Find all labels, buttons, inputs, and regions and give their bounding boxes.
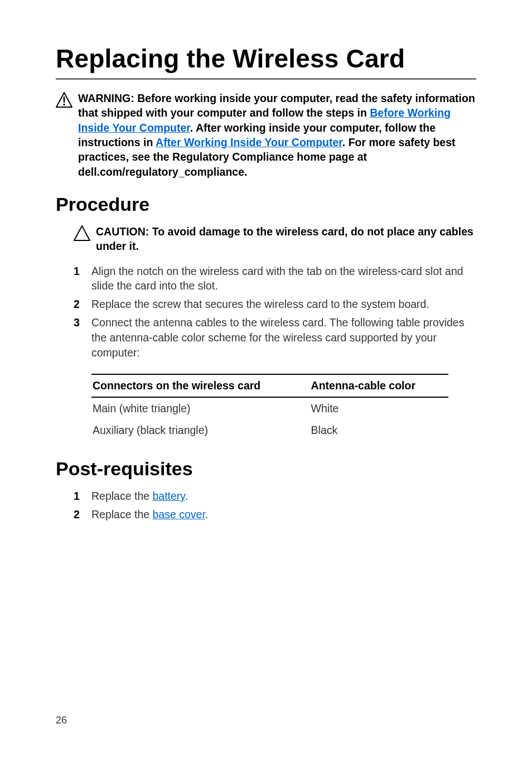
cell-connector-main: Main (white triangle) (91, 397, 310, 419)
table-header-row: Connectors on the wireless card Antenna-… (91, 374, 448, 397)
link-after-working[interactable]: After Working Inside Your Computer (156, 136, 342, 148)
postreq-heading: Post-requisites (56, 458, 476, 480)
postreq1-pre: Replace the (91, 490, 153, 502)
postreq-step-2: Replace the base cover. (74, 507, 476, 522)
page-number: 26 (56, 715, 67, 726)
link-base-cover[interactable]: base cover (153, 508, 205, 520)
page-container: Replacing the Wireless Card WARNING: Bef… (0, 0, 532, 762)
cell-color-main: White (310, 397, 448, 419)
svg-marker-3 (74, 226, 90, 240)
cell-connector-aux: Auxiliary (black triangle) (91, 419, 310, 441)
caution-text: CAUTION: To avoid damage to the wireless… (96, 224, 476, 254)
table-row: Main (white triangle) White (91, 397, 448, 419)
caution-icon (74, 225, 90, 243)
procedure-heading: Procedure (56, 194, 476, 215)
page-title: Replacing the Wireless Card (56, 44, 476, 80)
table-row: Auxiliary (black triangle) Black (91, 419, 448, 441)
caution-block: CAUTION: To avoid damage to the wireless… (56, 224, 476, 254)
postreq-step-1: Replace the battery. (74, 489, 476, 504)
postreq2-post: . (205, 508, 208, 520)
procedure-steps: Align the notch on the wireless card wit… (56, 264, 476, 360)
connector-table: Connectors on the wireless card Antenna-… (91, 374, 448, 441)
th-connectors: Connectors on the wireless card (91, 374, 310, 397)
th-color: Antenna-cable color (310, 374, 448, 397)
postreq1-post: . (185, 490, 188, 502)
warning-text: WARNING: Before working inside your comp… (78, 91, 476, 179)
procedure-step-3: Connect the antenna cables to the wirele… (74, 315, 476, 360)
link-battery[interactable]: battery (153, 490, 185, 502)
procedure-step-1: Align the notch on the wireless card wit… (74, 264, 476, 294)
postreq-steps: Replace the battery. Replace the base co… (56, 489, 476, 522)
warning-block: WARNING: Before working inside your comp… (56, 91, 476, 179)
svg-point-2 (63, 104, 65, 105)
cell-color-aux: Black (310, 419, 448, 441)
procedure-step-2: Replace the screw that secures the wirel… (74, 297, 476, 312)
postreq2-pre: Replace the (91, 508, 153, 520)
warning-icon (56, 92, 72, 110)
